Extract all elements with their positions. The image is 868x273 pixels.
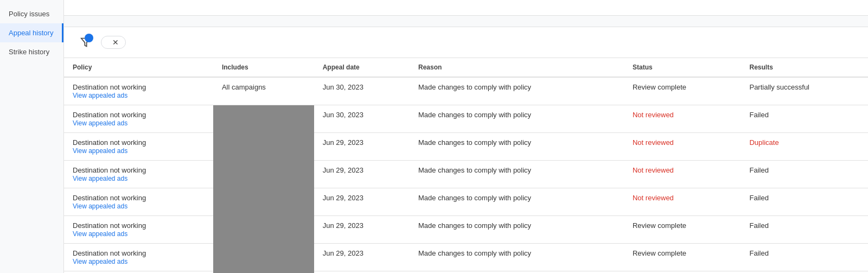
view-appealed-ads-link[interactable]: View appealed ads — [73, 230, 127, 238]
sidebar-item-strike-history[interactable]: Strike history — [0, 42, 63, 61]
cell-appeal-date: Jun 29, 2023 — [314, 161, 410, 188]
cell-policy: Destination not workingView appealed ads — [64, 244, 213, 271]
cell-status: Review complete — [624, 216, 741, 244]
cell-policy: Destination not workingView appealed ads — [64, 271, 213, 274]
table-header-row: PolicyIncludesAppeal dateReasonStatusRes… — [64, 58, 868, 77]
col-results: Results — [741, 58, 868, 77]
sidebar-item-appeal-history[interactable]: Appeal history — [0, 23, 63, 42]
cell-results: Failed — [741, 105, 868, 133]
table-row: Destination not workingView appealed ads… — [64, 216, 868, 244]
filter-badge — [85, 34, 93, 42]
view-appealed-ads-link[interactable]: View appealed ads — [73, 119, 127, 127]
col-appeal-date: Appeal date — [314, 58, 410, 77]
cell-results: Failed — [741, 161, 868, 188]
cell-appeal-date: Jun 30, 2023 — [314, 77, 410, 105]
cell-results: Successful — [741, 271, 868, 274]
table-row: Destination not workingView appealed ads… — [64, 105, 868, 133]
view-appealed-ads-link[interactable]: View appealed ads — [73, 202, 127, 210]
table-header: PolicyIncludesAppeal dateReasonStatusRes… — [64, 58, 868, 77]
appeal-table: PolicyIncludesAppeal dateReasonStatusRes… — [64, 58, 868, 273]
table-row: Destination not workingView appealed ads… — [64, 244, 868, 271]
table-container: PolicyIncludesAppeal dateReasonStatusRes… — [64, 58, 868, 273]
cell-reason: Made changes to comply with policy — [410, 105, 624, 133]
col-policy: Policy — [64, 58, 213, 77]
col-includes: Includes — [213, 58, 314, 77]
blurred-includes-area — [213, 105, 314, 274]
filter-bar: ✕ — [64, 27, 868, 58]
cell-reason: Made changes to comply with policy — [410, 244, 624, 271]
cell-status: Not reviewed — [624, 188, 741, 216]
cell-appeal-date: Mar 1, 2023 — [314, 271, 410, 274]
cell-policy: Destination not workingView appealed ads — [64, 161, 213, 188]
cell-results: Partially successful — [741, 77, 868, 105]
view-appealed-ads-link[interactable]: View appealed ads — [73, 258, 127, 265]
cell-status: Review complete — [624, 244, 741, 271]
cell-results: Failed — [741, 188, 868, 216]
cell-status: Review complete — [624, 271, 741, 274]
sidebar: Policy issuesAppeal historyStrike histor… — [0, 0, 64, 273]
view-appealed-ads-link[interactable]: View appealed ads — [73, 92, 127, 99]
cell-results: Duplicate — [741, 133, 868, 161]
table-row: Destination not workingView appealed ads… — [64, 133, 868, 161]
cell-policy: Destination not workingView appealed ads — [64, 105, 213, 133]
main-header — [64, 0, 868, 16]
cell-policy: Destination not workingView appealed ads — [64, 188, 213, 216]
cell-includes: All campaigns — [213, 77, 314, 105]
filter-button[interactable] — [77, 34, 94, 51]
table-body: Destination not workingView appealed ads… — [64, 77, 868, 273]
cell-reason: Made changes to comply with policy — [410, 271, 624, 274]
col-reason: Reason — [410, 58, 624, 77]
table-row: Destination not workingView appealed ads… — [64, 77, 868, 105]
policy-name: Destination not working — [73, 166, 205, 174]
main-content: ✕ PolicyIncludesAppeal dateReasonStatusR… — [64, 0, 868, 273]
filter-chip: ✕ — [101, 36, 126, 49]
cell-status: Review complete — [624, 77, 741, 105]
cell-status: Not reviewed — [624, 161, 741, 188]
policy-name: Destination not working — [73, 194, 205, 202]
col-status: Status — [624, 58, 741, 77]
cell-reason: Made changes to comply with policy — [410, 77, 624, 105]
add-filter-button[interactable] — [132, 40, 141, 45]
cell-results: Failed — [741, 244, 868, 271]
cell-status: Not reviewed — [624, 105, 741, 133]
cell-status: Not reviewed — [624, 133, 741, 161]
policy-name: Destination not working — [73, 138, 205, 147]
policy-name: Destination not working — [73, 111, 205, 119]
cell-policy: Destination not workingView appealed ads — [64, 77, 213, 105]
cell-appeal-date: Jun 29, 2023 — [314, 188, 410, 216]
cell-reason: Made changes to comply with policy — [410, 161, 624, 188]
view-appealed-ads-link[interactable]: View appealed ads — [73, 175, 127, 182]
policy-name: Destination not working — [73, 83, 205, 91]
policy-name: Destination not working — [73, 249, 205, 257]
policy-name: Destination not working — [73, 221, 205, 230]
cell-reason: Made changes to comply with policy — [410, 188, 624, 216]
cell-reason: Made changes to comply with policy — [410, 216, 624, 244]
table-row: Destination not workingView appealed ads… — [64, 271, 868, 274]
cell-policy: Destination not workingView appealed ads — [64, 133, 213, 161]
filter-chip-close-button[interactable]: ✕ — [112, 39, 119, 46]
sidebar-item-policy-issues[interactable]: Policy issues — [0, 4, 63, 23]
cell-results: Failed — [741, 216, 868, 244]
table-row: Destination not workingView appealed ads… — [64, 161, 868, 188]
cell-appeal-date: Jun 29, 2023 — [314, 244, 410, 271]
cell-policy: Destination not workingView appealed ads — [64, 216, 213, 244]
cell-appeal-date: Jun 29, 2023 — [314, 216, 410, 244]
table-row: Destination not workingView appealed ads… — [64, 188, 868, 216]
cell-reason: Made changes to comply with policy — [410, 133, 624, 161]
cell-appeal-date: Jun 30, 2023 — [314, 105, 410, 133]
cell-appeal-date: Jun 29, 2023 — [314, 133, 410, 161]
view-appealed-ads-link[interactable]: View appealed ads — [73, 147, 127, 155]
notice-bar — [64, 16, 868, 27]
